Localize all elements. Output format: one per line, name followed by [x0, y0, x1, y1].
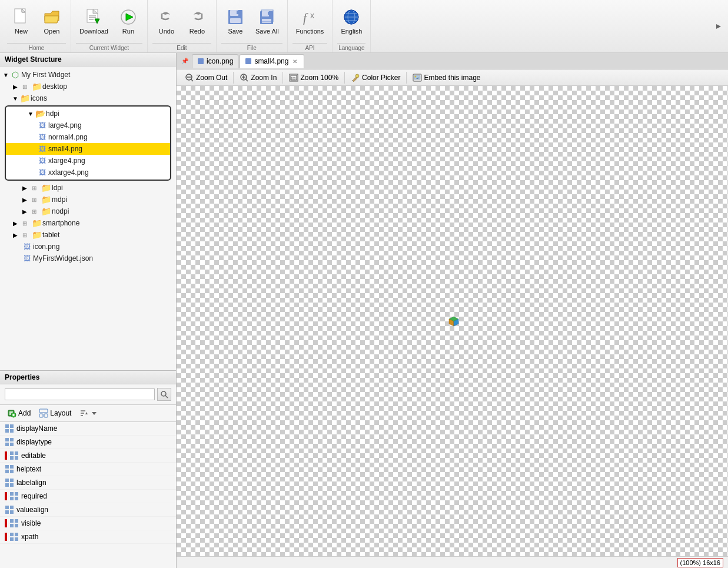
smartphone-plus-icon: ⊞ [20, 218, 29, 228]
tree-item-smartphone[interactable]: ▶ ⊞ 📁 smartphone [0, 217, 176, 229]
toolbar-buttons-home: New Open [7, 0, 66, 42]
tree-label-icons: icons [31, 94, 47, 102]
svg-rect-66 [10, 483, 14, 487]
svg-rect-74 [10, 510, 14, 514]
download-button-label: Download [79, 28, 108, 35]
zoom-in-button[interactable]: Zoom In [236, 72, 280, 84]
prop-item-visible[interactable]: visible [0, 517, 176, 530]
properties-sort-button[interactable] [77, 407, 100, 419]
embed-image-button[interactable]: Embed this image [409, 72, 484, 84]
tree-item-icon-png[interactable]: 🖼 icon.png [0, 241, 176, 253]
tree-arrow-nodpi[interactable]: ▶ [21, 208, 28, 215]
prop-item-xpath[interactable]: xpath [0, 530, 176, 544]
svg-point-95 [355, 74, 359, 78]
run-button[interactable]: Run [114, 5, 142, 37]
open-button[interactable]: Open [38, 5, 66, 37]
tree-arrow-hdpi[interactable]: ▼ [27, 110, 34, 117]
svg-rect-14 [237, 11, 239, 14]
properties-layout-label: Layout [50, 409, 71, 417]
prop-item-displayname[interactable]: displayName [0, 422, 176, 436]
undo-button[interactable]: Undo [152, 5, 181, 37]
tree-arrow-root[interactable]: ▼ [2, 71, 9, 78]
api-group-label: API [292, 43, 328, 52]
tree-item-large4[interactable]: 🖼 large4.png [6, 119, 170, 131]
zoom-out-button[interactable]: Zoom Out [181, 72, 231, 84]
color-picker-icon [351, 73, 360, 82]
new-button[interactable]: New [7, 5, 35, 37]
svg-rect-63 [5, 479, 9, 482]
tree-container[interactable]: ▼ ⬡ My First Widget ▶ ⊞ 📁 desktop ▼ 📁 [0, 67, 176, 370]
tree-item-desktop[interactable]: ▶ ⊞ 📁 desktop [0, 81, 176, 92]
svg-rect-65 [5, 483, 9, 487]
properties-add-button[interactable]: Add [5, 407, 33, 419]
svg-rect-80 [15, 533, 18, 536]
zoom-in-label: Zoom In [251, 74, 277, 82]
tree-item-ldpi[interactable]: ▶ ⊞ 📁 ldpi [0, 182, 176, 194]
properties-search-button[interactable] [157, 388, 171, 401]
tree-label-smartphone: smartphone [42, 219, 79, 227]
tab-small4-png[interactable]: small4.png ✕ [240, 54, 304, 68]
download-button[interactable]: Download [76, 5, 112, 37]
embed-icon [413, 73, 422, 82]
properties-add-label: Add [18, 409, 31, 417]
tree-item-nodpi[interactable]: ▶ ⊞ 📁 nodpi [0, 205, 176, 217]
widget-structure-title: Widget Structure [5, 55, 62, 64]
required-grid-icon [9, 491, 19, 501]
properties-layout-button[interactable]: Layout [36, 407, 74, 419]
prop-item-editable[interactable]: editable [0, 449, 176, 463]
properties-search-input[interactable] [5, 388, 155, 400]
svg-text:100: 100 [291, 77, 296, 80]
image-toolbar: Zoom Out Zoom In 100 Zoom 100% [177, 69, 728, 86]
search-icon [160, 390, 168, 398]
prop-item-displaytype[interactable]: displaytype [0, 436, 176, 449]
tree-item-myfirstwidget[interactable]: 🖼 MyFirstWidget.json [0, 253, 176, 264]
tree-item-xlarge4[interactable]: 🖼 xlarge4.png [6, 155, 170, 167]
redo-button[interactable]: Redo [183, 5, 211, 37]
svg-rect-62 [10, 470, 14, 473]
tree-item-xxlarge4[interactable]: 🖼 xxlarge4.png [6, 167, 170, 178]
tree-arrow-icons[interactable]: ▼ [12, 95, 19, 102]
prop-item-helptext[interactable]: helptext [0, 463, 176, 476]
tree-item-mdpi[interactable]: ▶ ⊞ 📁 mdpi [0, 194, 176, 205]
toolbar-group-edit: Undo Redo Edit [148, 0, 217, 52]
save-button[interactable]: Save [221, 5, 250, 37]
tree-item-hdpi[interactable]: ▼ 📂 hdpi [6, 108, 170, 119]
tree-arrow-tablet[interactable]: ▶ [12, 231, 19, 238]
tree-item-root[interactable]: ▼ ⬡ My First Widget [0, 69, 176, 81]
home-group-label: Home [7, 43, 66, 52]
tree-arrow-mdpi[interactable]: ▶ [21, 196, 28, 203]
color-picker-button[interactable]: Color Picker [347, 72, 404, 84]
prop-item-valuealign[interactable]: valuealign [0, 503, 176, 517]
save-all-icon [258, 8, 277, 26]
new-button-label: New [15, 28, 28, 35]
properties-panel: Properties [0, 371, 176, 568]
tree-arrow-smartphone[interactable]: ▶ [12, 220, 19, 227]
undo-button-label: Undo [159, 28, 174, 35]
tree-arrow-ldpi[interactable]: ▶ [21, 184, 28, 191]
svg-rect-84 [245, 58, 251, 64]
ldpi-folder-icon: 📁 [41, 183, 51, 192]
english-button[interactable]: English [337, 5, 365, 37]
svg-rect-61 [5, 470, 9, 473]
zoom-in-icon [240, 73, 249, 82]
tree-item-small4[interactable]: 🖼 small4.png [6, 143, 170, 155]
open-folder-icon [42, 8, 61, 26]
tree-item-icons[interactable]: ▼ 📁 icons [0, 92, 176, 104]
xxlarge4-file-icon: 🖼 [38, 168, 47, 177]
prop-item-labelalign[interactable]: labelalign [0, 476, 176, 490]
tree-label-ldpi: ldpi [52, 184, 63, 192]
image-canvas [177, 86, 728, 556]
tree-arrow-desktop[interactable]: ▶ [12, 83, 19, 90]
tree-item-normal4[interactable]: 🖼 normal4.png [6, 131, 170, 143]
toolbar-expand-button[interactable] [712, 0, 726, 52]
zoom-100-button[interactable]: 100 Zoom 100% [285, 72, 342, 84]
desktop-folder-icon: 📁 [32, 82, 41, 91]
tree-item-tablet[interactable]: ▶ ⊞ 📁 tablet [0, 229, 176, 241]
svg-rect-70 [15, 497, 18, 500]
functions-button[interactable]: f x Functions [292, 5, 328, 37]
tab-small4-close-button[interactable]: ✕ [291, 57, 299, 65]
prop-item-required[interactable]: required [0, 490, 176, 503]
save-all-button[interactable]: Save All [252, 5, 282, 37]
tab-icon-png[interactable]: icon.png [192, 54, 238, 68]
svg-rect-39 [39, 409, 48, 413]
